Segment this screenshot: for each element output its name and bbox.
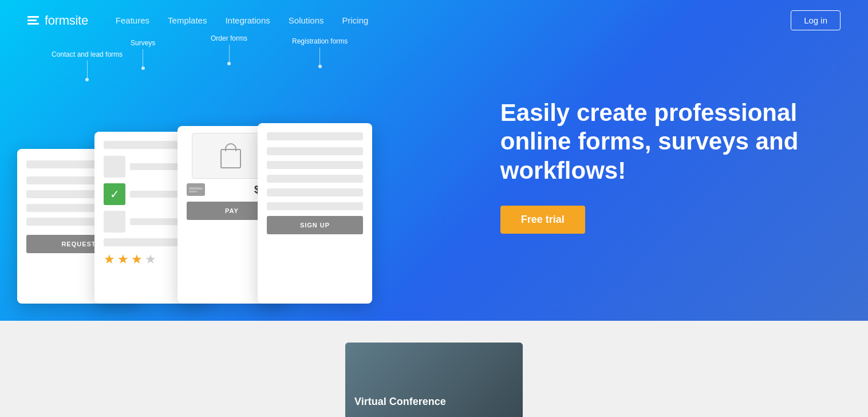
checkbox-checked-icon: ✓	[104, 183, 125, 205]
hero-heading: Easily create professional online forms,…	[500, 99, 868, 185]
form-cards-area: Contact and lead forms Surveys Order for…	[0, 0, 478, 321]
signup-button: SIGN UP	[267, 216, 363, 234]
label-registration: Registration forms	[292, 37, 348, 68]
credit-card-icon	[187, 183, 205, 196]
label-surveys: Surveys	[131, 39, 155, 70]
nav-integrations[interactable]: Integrations	[225, 15, 270, 25]
logo[interactable]: formsite	[27, 13, 88, 28]
label-contact: Contact and lead forms	[52, 50, 123, 81]
nav-features[interactable]: Features	[116, 15, 149, 25]
nav-templates[interactable]: Templates	[168, 15, 207, 25]
conference-title: Virtual Conference	[354, 396, 446, 408]
star-3: ★	[131, 252, 143, 267]
hero-section: Contact and lead forms Surveys Order for…	[0, 0, 868, 321]
star-4: ★	[145, 252, 156, 267]
site-header: formsite Features Templates Integrations…	[0, 0, 868, 41]
hero-content: Easily create professional online forms,…	[478, 87, 868, 234]
main-nav: Features Templates Integrations Solution…	[116, 15, 791, 25]
free-trial-button[interactable]: Free trial	[500, 206, 585, 234]
logo-icon	[27, 16, 39, 25]
conference-card: Virtual Conference	[345, 343, 523, 417]
login-button[interactable]: Log in	[791, 10, 841, 30]
bottom-section: Virtual Conference	[0, 321, 868, 417]
registration-form-card: SIGN UP	[258, 123, 372, 304]
nav-pricing[interactable]: Pricing	[342, 15, 369, 25]
star-1: ★	[104, 252, 115, 267]
star-2: ★	[117, 252, 129, 267]
nav-solutions[interactable]: Solutions	[289, 15, 324, 25]
logo-text: formsite	[45, 13, 88, 28]
